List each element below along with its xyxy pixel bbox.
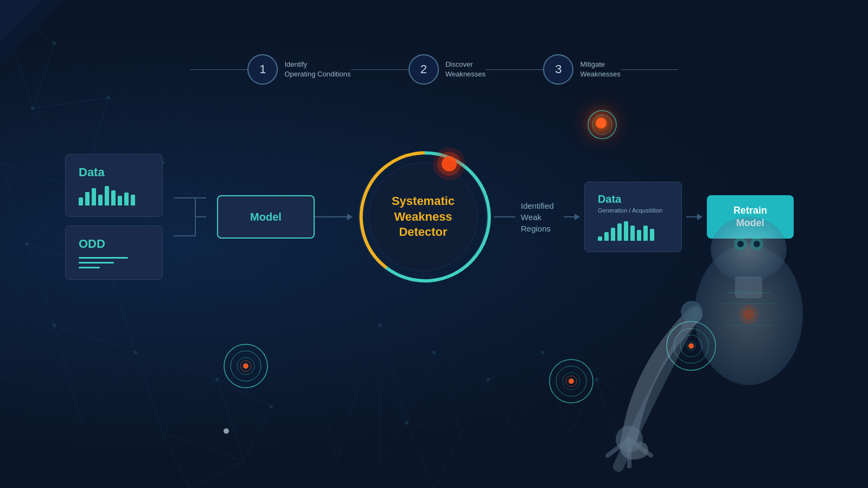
filter-line-2 — [79, 262, 114, 264]
bar-2 — [85, 192, 90, 206]
data-box-chart — [79, 184, 149, 206]
step-3-label: Mitigate Weaknesses — [580, 60, 620, 79]
step-line-left — [190, 69, 247, 70]
filter-line-3 — [79, 267, 100, 268]
svg-point-86 — [743, 309, 754, 320]
bar-1 — [79, 197, 83, 206]
svg-point-63 — [569, 378, 574, 384]
svg-rect-76 — [735, 277, 762, 298]
svg-point-71 — [711, 217, 787, 282]
svg-point-51 — [433, 147, 465, 180]
central-title-line1: Systematic — [392, 194, 455, 209]
main-content: 1 Identify Operating Conditions 2 Discov… — [0, 0, 868, 488]
bar-7 — [118, 196, 122, 206]
svg-point-81 — [681, 301, 703, 323]
odd-box-title: ODD — [79, 237, 149, 251]
odd-box: ODD — [65, 226, 163, 280]
step-2-label: Discover Weaknesses — [445, 60, 486, 79]
bar-9 — [131, 195, 135, 206]
arrow-1 — [347, 214, 353, 220]
data-box: Data — [65, 154, 163, 217]
svg-point-80 — [754, 241, 760, 247]
target-circle-bottom-left — [221, 342, 270, 390]
step-line-1-2 — [351, 69, 409, 70]
filter-line-1 — [79, 257, 128, 259]
arrow-line-2 — [564, 216, 575, 217]
step-2-circle: 2 — [409, 54, 439, 85]
bar-4 — [98, 195, 103, 206]
robot-silhouette — [586, 206, 868, 488]
step-2: 2 Discover Weaknesses — [409, 54, 486, 85]
input-boxes: Data ODD — [65, 154, 163, 280]
step-1-circle: 1 — [247, 54, 278, 85]
svg-point-54 — [601, 123, 604, 126]
arrow-2 — [575, 214, 580, 220]
model-box: Model — [217, 195, 315, 239]
svg-point-79 — [737, 241, 744, 247]
bar-3 — [92, 188, 96, 206]
step-1-label: Identify Operating Conditions — [284, 60, 350, 79]
central-title-line3: Detector — [392, 224, 455, 240]
svg-point-58 — [243, 363, 248, 369]
central-circle-wrapper: Systematic Weakness Detector — [353, 146, 494, 287]
connector-central-identified — [494, 216, 515, 217]
step-line-right — [621, 69, 678, 70]
data-gen-title: Data — [598, 193, 668, 206]
connector-inputs-model — [174, 176, 217, 258]
step-line-2-3 — [486, 69, 543, 70]
connector-svg-1 — [174, 176, 217, 258]
step-1: 1 Identify Operating Conditions — [247, 54, 350, 85]
step-3-circle: 3 — [543, 54, 573, 85]
h-line-2 — [494, 216, 515, 217]
connector-model-central — [315, 214, 353, 220]
central-title-line2: Weakness — [392, 209, 455, 225]
small-dot-bottom — [224, 428, 229, 434]
odd-box-lines — [79, 257, 149, 268]
bar-5 — [105, 186, 109, 206]
bar-6 — [111, 190, 116, 206]
arrow-identified — [564, 214, 580, 220]
step-3: 3 Mitigate Weaknesses — [543, 54, 620, 85]
data-box-title: Data — [79, 165, 149, 179]
steps-bar: 1 Identify Operating Conditions 2 Discov… — [190, 54, 678, 85]
model-box-label: Model — [250, 211, 282, 223]
bar-8 — [124, 192, 129, 206]
central-text: Systematic Weakness Detector — [392, 194, 455, 240]
target-circle-top-right — [586, 108, 618, 141]
h-line-1 — [315, 216, 347, 217]
identified-label: Identified Weak Regions — [521, 200, 554, 234]
